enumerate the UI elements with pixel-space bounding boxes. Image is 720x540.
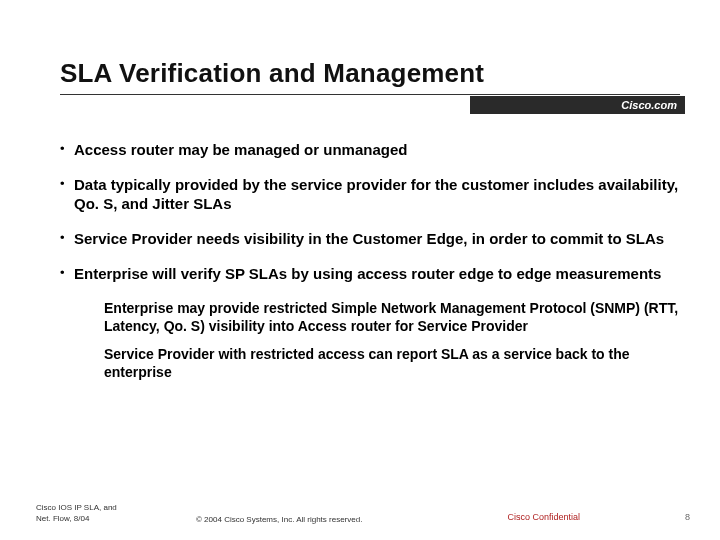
bullet-icon: • (60, 140, 74, 158)
bullet-text: Enterprise will verify SP SLAs by using … (74, 264, 680, 283)
title-underline (60, 94, 680, 95)
brand-bar: Cisco.com (470, 96, 685, 114)
bullet-item: • Service Provider needs visibility in t… (60, 229, 680, 248)
bullet-item: • Access router may be managed or unmana… (60, 140, 680, 159)
bullet-text: Access router may be managed or unmanage… (74, 140, 680, 159)
slide-title: SLA Verification and Management (60, 58, 484, 89)
bullet-text: Service Provider needs visibility in the… (74, 229, 680, 248)
footer-left-line1: Cisco IOS IP SLA, and (36, 503, 117, 512)
brand-label: Cisco.com (621, 99, 677, 111)
footer-page: 8 (685, 512, 690, 522)
footer-confidential: Cisco Confidential (507, 512, 580, 522)
footer-left: Cisco IOS IP SLA, and Net. Flow, 8/04 (36, 502, 117, 524)
bullet-item: • Data typically provided by the service… (60, 175, 680, 213)
footer-copyright: © 2004 Cisco Systems, Inc. All rights re… (196, 515, 362, 524)
bullet-item: • Enterprise will verify SP SLAs by usin… (60, 264, 680, 283)
bullet-text: Data typically provided by the service p… (74, 175, 680, 213)
sub-bullet: Service Provider with restricted access … (104, 345, 680, 381)
bullet-icon: • (60, 264, 74, 282)
sub-bullet: Enterprise may provide restricted Simple… (104, 299, 680, 335)
footer-left-line2: Net. Flow, 8/04 (36, 514, 89, 523)
slide: SLA Verification and Management Cisco.co… (0, 0, 720, 540)
footer: Cisco IOS IP SLA, and Net. Flow, 8/04 © … (36, 498, 690, 524)
content-area: • Access router may be managed or unmana… (60, 140, 680, 391)
bullet-icon: • (60, 229, 74, 247)
bullet-icon: • (60, 175, 74, 193)
